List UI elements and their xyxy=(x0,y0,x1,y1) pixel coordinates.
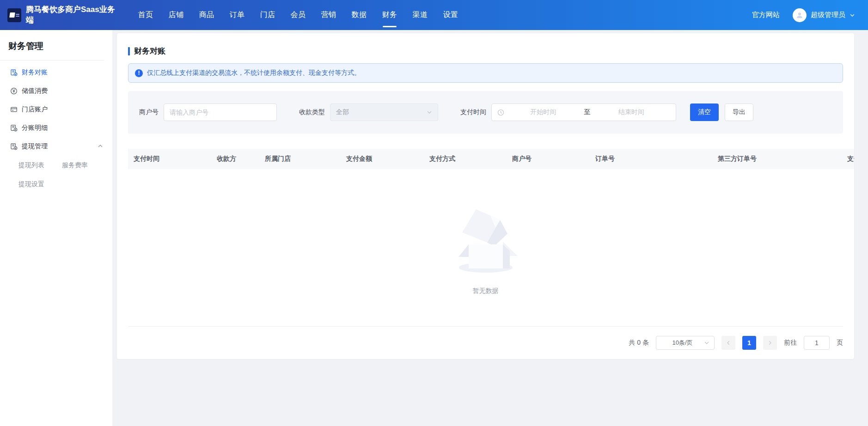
goto-label: 前往 xyxy=(784,339,797,347)
page-title-row: 财务对账 xyxy=(128,33,843,56)
nav-item-members[interactable]: 会员 xyxy=(283,0,313,30)
sidebar-item-split-detail[interactable]: 分账明细 xyxy=(0,119,112,137)
type-select[interactable]: 全部 xyxy=(330,103,438,121)
export-button[interactable]: 导出 xyxy=(725,103,753,121)
sidebar-item-label: 储值消费 xyxy=(22,87,48,95)
type-label: 收款类型 xyxy=(299,108,325,116)
nav-item-channels[interactable]: 渠道 xyxy=(405,0,435,30)
ledger-icon xyxy=(10,69,18,76)
page-title: 财务对账 xyxy=(134,46,165,56)
chevron-up-icon xyxy=(98,143,103,150)
sidebar-item-label: 提现管理 xyxy=(22,142,48,151)
app-logo: 腾马餐饮多商户Saas业务端 xyxy=(0,5,116,26)
current-page-button[interactable]: 1 xyxy=(742,336,756,350)
column-header-payee: 收款方 xyxy=(217,155,265,163)
ledger-icon xyxy=(10,143,18,150)
filter-buttons: 清空 导出 xyxy=(690,103,753,121)
official-site-link[interactable]: 官方网站 xyxy=(752,11,780,19)
pagination: 共 0 条 10条/页 1 前往 页 xyxy=(128,327,843,359)
sidebar-title: 财务管理 xyxy=(0,30,112,60)
time-filter-group: 支付时间 开始时间 至 结束时间 xyxy=(460,103,676,121)
sidebar-item-withdraw-management[interactable]: 提现管理 xyxy=(0,137,112,156)
column-header-third-party-order-id: 第三方订单号 xyxy=(718,155,847,163)
user-menu[interactable]: 超级管理员 xyxy=(793,8,855,22)
sidebar-subitem-withdraw-list[interactable]: 提现列表 xyxy=(18,156,62,175)
sidebar-menu: 财务对账 储值消费 门店账户 分账明细 提现管理 xyxy=(0,61,112,194)
sidebar-item-label: 财务对账 xyxy=(22,68,48,77)
card-icon xyxy=(10,106,18,113)
chevron-down-icon xyxy=(704,340,709,346)
sidebar-item-reconciliation[interactable]: 财务对账 xyxy=(0,63,112,82)
nav-item-finance[interactable]: 财务 xyxy=(374,0,405,30)
avatar-icon xyxy=(793,8,807,22)
column-header-amount: 支付金额 xyxy=(346,155,429,163)
nav-item-stores[interactable]: 门店 xyxy=(252,0,283,30)
column-header-merchant-id: 商户号 xyxy=(512,155,595,163)
ledger-icon xyxy=(10,124,18,132)
nav-item-data[interactable]: 数据 xyxy=(344,0,374,30)
date-range-picker[interactable]: 开始时间 至 结束时间 xyxy=(491,103,676,121)
info-alert: ! 仅汇总线上支付渠道的交易流水，不统计使用余额支付、现金支付等方式。 xyxy=(128,63,843,83)
table-header-row: 支付时间 收款方 所属门店 支付金额 支付方式 商户号 订单号 第三方订单号 支… xyxy=(128,149,854,169)
sidebar-subitem-service-rate[interactable]: 服务费率 xyxy=(62,156,112,175)
nav-item-goods[interactable]: 商品 xyxy=(191,0,222,30)
column-header-order-id: 订单号 xyxy=(595,155,718,163)
type-filter-group: 收款类型 全部 xyxy=(299,103,438,121)
chevron-down-icon xyxy=(427,110,432,115)
nav-item-home[interactable]: 首页 xyxy=(130,0,161,30)
empty-state: 暂无数据 xyxy=(128,169,843,327)
withdraw-submenu: 提现列表 服务费率 提现设置 xyxy=(0,156,112,194)
sidebar-item-label: 门店账户 xyxy=(22,105,48,114)
chevron-left-icon xyxy=(726,340,731,346)
sidebar-item-label: 分账明细 xyxy=(22,124,48,132)
nav-item-settings[interactable]: 设置 xyxy=(435,0,466,30)
app-logo-icon xyxy=(7,8,21,22)
nav-right-area: 官方网站 超级管理员 xyxy=(752,8,868,22)
start-time-placeholder[interactable]: 开始时间 xyxy=(504,108,582,116)
page-size-value: 10条/页 xyxy=(661,339,704,347)
merchant-input[interactable] xyxy=(164,103,277,121)
end-time-placeholder[interactable]: 结束时间 xyxy=(593,108,671,116)
nav-item-marketing[interactable]: 营销 xyxy=(313,0,344,30)
empty-text: 暂无数据 xyxy=(473,287,499,295)
merchant-filter-group: 商户号 xyxy=(139,103,277,121)
chevron-right-icon xyxy=(767,340,773,346)
next-page-button[interactable] xyxy=(763,336,777,350)
info-icon: ! xyxy=(135,69,143,77)
sidebar: 财务管理 财务对账 储值消费 门店账户 分账明细 xyxy=(0,30,112,426)
goto-page-input[interactable] xyxy=(804,336,830,350)
clear-button[interactable]: 清空 xyxy=(690,103,719,121)
yen-circle-icon xyxy=(10,87,18,95)
filter-panel: 商户号 收款类型 全部 支付时间 开始时间 至 结束时间 xyxy=(128,91,843,134)
empty-box-illustration xyxy=(451,200,520,275)
page-size-select[interactable]: 10条/页 xyxy=(656,336,715,350)
top-nav-bar: 腾马餐饮多商户Saas业务端 首页 店铺 商品 订单 门店 会员 营销 数据 财… xyxy=(0,0,868,30)
column-header-pay-truncated: 支付 xyxy=(847,155,854,163)
total-count: 共 0 条 xyxy=(629,339,649,347)
alert-text: 仅汇总线上支付渠道的交易流水，不统计使用余额支付、现金支付等方式。 xyxy=(147,69,361,77)
sidebar-item-store-account[interactable]: 门店账户 xyxy=(0,100,112,119)
main-nav: 首页 店铺 商品 订单 门店 会员 营销 数据 财务 渠道 设置 xyxy=(130,0,466,30)
type-select-value: 全部 xyxy=(336,108,427,116)
clock-icon xyxy=(497,109,504,116)
sidebar-item-stored-value[interactable]: 储值消费 xyxy=(0,82,112,100)
page-unit-label: 页 xyxy=(837,339,843,347)
column-header-pay-time: 支付时间 xyxy=(134,155,217,163)
user-name: 超级管理员 xyxy=(811,11,845,19)
sidebar-subitem-withdraw-settings[interactable]: 提现设置 xyxy=(18,175,62,194)
app-title: 腾马餐饮多商户Saas业务端 xyxy=(26,5,116,26)
nav-item-orders[interactable]: 订单 xyxy=(222,0,252,30)
title-accent-bar xyxy=(128,47,130,55)
merchant-label: 商户号 xyxy=(139,108,159,116)
nav-item-shop[interactable]: 店铺 xyxy=(161,0,191,30)
column-header-pay-method: 支付方式 xyxy=(429,155,512,163)
chevron-down-icon xyxy=(850,12,855,18)
time-label: 支付时间 xyxy=(460,108,486,116)
content-card: 财务对账 ! 仅汇总线上支付渠道的交易流水，不统计使用余额支付、现金支付等方式。… xyxy=(117,33,854,359)
prev-page-button[interactable] xyxy=(721,336,735,350)
column-header-store: 所属门店 xyxy=(265,155,346,163)
range-separator: 至 xyxy=(582,108,593,116)
